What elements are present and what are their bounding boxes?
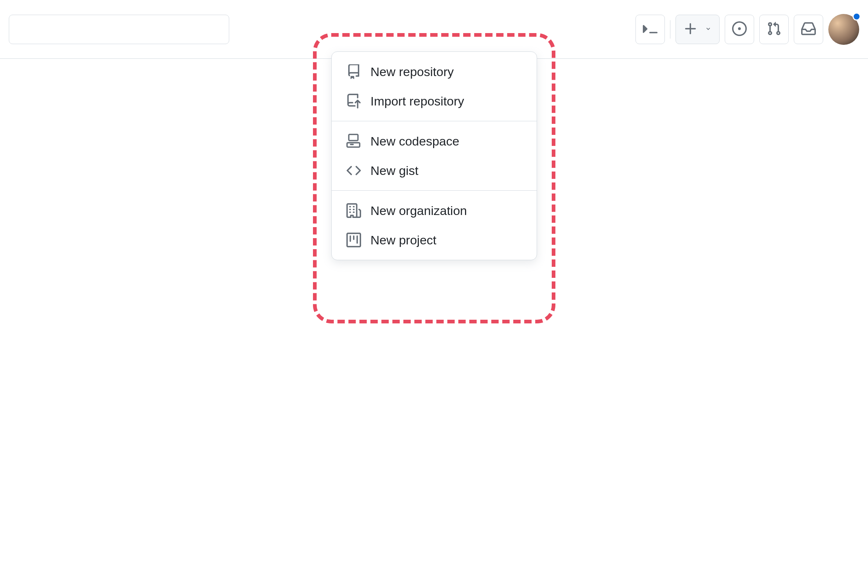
issue-opened-icon bbox=[732, 21, 747, 37]
pull-requests-button[interactable] bbox=[759, 15, 789, 44]
notifications-button[interactable] bbox=[794, 15, 823, 44]
issues-button[interactable] bbox=[725, 15, 754, 44]
dropdown-section-repo: New repository Import repository bbox=[332, 52, 537, 74]
divider bbox=[670, 20, 670, 38]
create-new-button[interactable] bbox=[676, 15, 720, 44]
plus-icon bbox=[683, 21, 698, 37]
create-new-dropdown: New repository Import repository New cod… bbox=[331, 52, 537, 74]
menu-item-label: New repository bbox=[371, 65, 454, 74]
inbox-icon bbox=[801, 21, 816, 37]
repo-icon bbox=[346, 64, 361, 74]
menu-item-new-repository[interactable]: New repository bbox=[332, 57, 537, 74]
search-input[interactable] bbox=[9, 15, 229, 44]
user-avatar-wrapper bbox=[828, 14, 859, 45]
terminal-icon bbox=[643, 21, 657, 37]
global-header bbox=[0, 0, 868, 59]
git-pull-request-icon bbox=[767, 21, 781, 37]
caret-down-icon bbox=[704, 25, 712, 34]
command-palette-button[interactable] bbox=[635, 15, 665, 44]
notification-indicator-dot bbox=[853, 12, 861, 21]
